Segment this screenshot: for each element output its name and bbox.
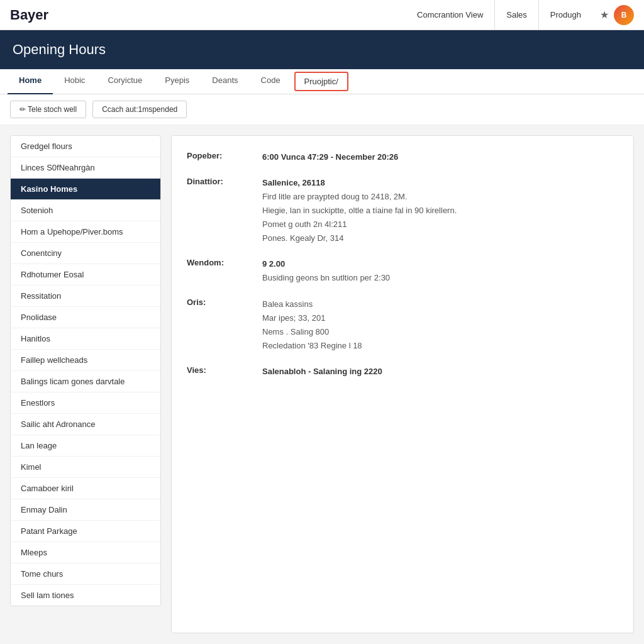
sidebar-item[interactable]: Rdhotumer Eosal <box>11 264 160 286</box>
detail-value-bold: Salenabloh - Salaning ing 2220 <box>262 365 382 379</box>
nav-links: Comcrantion View Sales Produgh <box>406 0 592 30</box>
detail-label: Oris: <box>187 297 250 353</box>
detail-row: Wendom:9 2.00Busiding geons bn sutltion … <box>187 258 618 285</box>
detail-row: Vies:Salenabloh - Salaning ing 2220 <box>187 365 618 379</box>
sidebar-item[interactable]: Lan leage <box>11 435 160 457</box>
page-title: Opening Hours <box>13 42 106 57</box>
detail-value-col: 9 2.00Busiding geons bn sutltion per 2:3… <box>262 258 390 285</box>
sidebar-item[interactable]: Enmay Dalin <box>11 499 160 521</box>
detail-value-bold: Sallenice, 26118 <box>262 177 457 190</box>
sidebar-item[interactable]: Enestlors <box>11 392 160 414</box>
tab-coryictue[interactable]: Coryictue <box>96 69 153 94</box>
detail-row: Oris:Balea kassinsMar ipes; 33, 201Nems … <box>187 297 618 353</box>
sidebar-item[interactable]: Camaboer kiril <box>11 478 160 499</box>
detail-row: Popeber:6:00 Vunca 47:29 - Necember 20:2… <box>187 151 618 164</box>
tab-pyepis[interactable]: Pyepis <box>153 69 201 94</box>
tab-bar: Home Hobic Coryictue Pyepis Deants Code … <box>0 69 644 94</box>
nav-link-produgh[interactable]: Produgh <box>539 0 592 30</box>
detail-label: Vies: <box>187 365 250 379</box>
detail-value-col: Balea kassinsMar ipes; 33, 201Nems . Sal… <box>262 297 362 353</box>
sidebar-item[interactable]: Sailic aht Adronance <box>11 414 160 435</box>
sidebar-item[interactable]: Gredgel flours <box>11 136 160 157</box>
sidebar-item[interactable]: Balings licam gones darvtale <box>11 371 160 392</box>
detail-row: Dinattior:Sallenice, 26118Fird litle are… <box>187 177 618 245</box>
detail-value-col: Salenabloh - Salaning ing 2220 <box>262 365 382 379</box>
detail-label: Wendom: <box>187 258 250 285</box>
main-content: Gredgel floursLinces S0fNeahrgànKasino H… <box>0 125 644 643</box>
avatar[interactable]: B <box>614 5 634 25</box>
sidebar-item[interactable]: Ressitation <box>11 286 160 307</box>
detail-sub-lines: Balea kassinsMar ipes; 33, 201Nems . Sal… <box>262 297 362 353</box>
ccach-aut-button[interactable]: Ccach aut:1mspended <box>92 101 187 118</box>
tab-home[interactable]: Home <box>8 69 53 94</box>
sidebar-item[interactable]: Sotenioh <box>11 200 160 221</box>
detail-sub-lines: Busiding geons bn sutltion per 2:30 <box>262 271 390 285</box>
sidebar-item[interactable]: Faillep wellcheads <box>11 350 160 371</box>
detail-sub-lines: Fird litle are praypted doug to 2418, 2M… <box>262 190 457 245</box>
detail-value-col: 6:00 Vunca 47:29 - Necember 20:26 <box>262 151 398 164</box>
sidebar-item[interactable]: Conentciny <box>11 243 160 264</box>
detail-label: Popeber: <box>187 151 250 164</box>
detail-value-bold: 9 2.00 <box>262 258 390 271</box>
sidebar-item[interactable]: Patant Parkage <box>11 521 160 542</box>
tab-deants[interactable]: Deants <box>201 69 249 94</box>
tab-pruojptic[interactable]: Pruojptic/ <box>294 72 348 91</box>
tab-hobic[interactable]: Hobic <box>53 69 96 94</box>
detail-panel: Popeber:6:00 Vunca 47:29 - Necember 20:2… <box>171 135 634 633</box>
sidebar-item[interactable]: Hanitlos <box>11 328 160 350</box>
detail-value-bold: 6:00 Vunca 47:29 - Necember 20:26 <box>262 151 398 164</box>
detail-label: Dinattior: <box>187 177 250 245</box>
sidebar-item[interactable]: Sell lam tiones <box>11 585 160 606</box>
sidebar: Gredgel floursLinces S0fNeahrgànKasino H… <box>10 135 161 606</box>
nav-link-sales[interactable]: Sales <box>495 0 539 30</box>
sidebar-item[interactable]: Kasino Homes <box>11 179 160 200</box>
brand-logo: Bayer <box>10 7 48 23</box>
page-header: Opening Hours <box>0 30 644 69</box>
star-icon[interactable]: ★ <box>600 9 609 21</box>
nav-link-comparison[interactable]: Comcrantion View <box>406 0 495 30</box>
toolbar: ✏ Tele stoch well Ccach aut:1mspended <box>0 94 644 125</box>
sidebar-item[interactable]: Pnolidase <box>11 307 160 328</box>
tab-code[interactable]: Code <box>250 69 292 94</box>
sidebar-item[interactable]: Hom a Upehope/Piver.boms <box>11 221 160 243</box>
sidebar-item[interactable]: Tome churs <box>11 564 160 585</box>
sidebar-item[interactable]: Linces S0fNeahrgàn <box>11 157 160 179</box>
sidebar-item[interactable]: Kimel <box>11 457 160 478</box>
sidebar-item[interactable]: Mleeps <box>11 542 160 564</box>
top-navigation: Bayer Comcrantion View Sales Produgh ★ B <box>0 0 644 30</box>
detail-value-col: Sallenice, 26118Fird litle are praypted … <box>262 177 457 245</box>
tele-stoch-button[interactable]: ✏ Tele stoch well <box>10 101 86 118</box>
